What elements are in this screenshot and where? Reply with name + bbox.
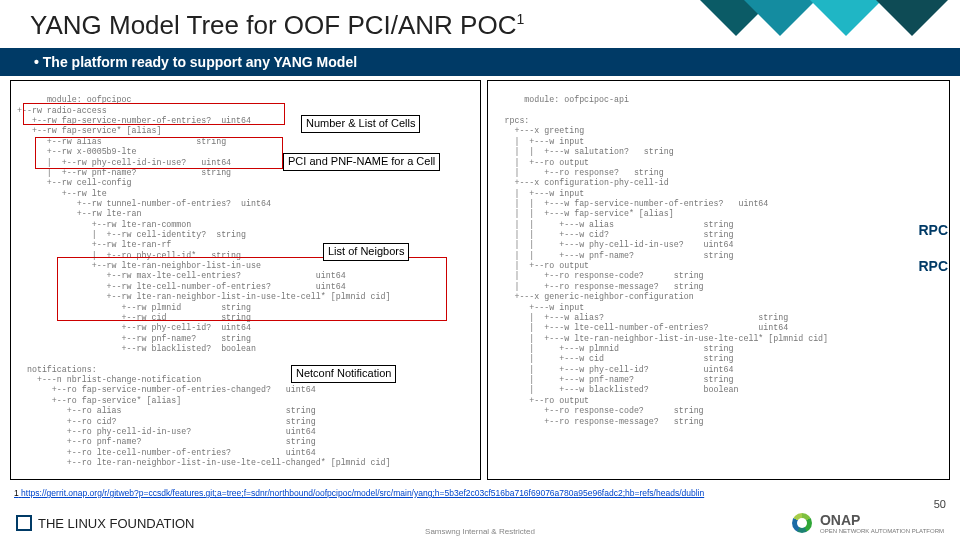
footnote-number: 1 (14, 488, 19, 498)
rpc-label-1: RPC (918, 222, 948, 238)
title-superscript: 1 (516, 11, 524, 27)
redbox-neighbors (57, 257, 447, 321)
right-tree-text: module: oofpcipoc-api rpcs: +---x greeti… (494, 95, 828, 425)
footnote-link[interactable]: 1 https://gerrit.onap.org/r/gitweb?p=ccs… (14, 488, 946, 498)
linux-foundation-logo: THE LINUX FOUNDATION (16, 515, 195, 531)
subtitle-text: The platform ready to support any YANG M… (34, 54, 357, 70)
left-yang-tree: module: oofpcipoc +--rw radio-access +--… (10, 80, 481, 480)
subtitle-band: The platform ready to support any YANG M… (0, 48, 960, 76)
lf-text: THE LINUX FOUNDATION (38, 516, 195, 531)
content-area: module: oofpcipoc +--rw radio-access +--… (10, 80, 950, 480)
callout-cells: Number & List of Cells (301, 115, 420, 133)
callout-neighbors: List of Neigbors (323, 243, 409, 261)
lf-icon (16, 515, 32, 531)
onap-ring-icon (792, 513, 812, 533)
right-yang-tree: module: oofpcipoc-api rpcs: +---x greeti… (487, 80, 950, 480)
title-text: YANG Model Tree for OOF PCI/ANR POC (30, 10, 516, 40)
onap-subtext: OPEN NETWORK AUTOMATION PLATFORM (820, 528, 944, 534)
decorative-triangles (700, 0, 960, 36)
classification-text: Samswng Internal & Restricted (425, 527, 535, 536)
callout-pci: PCI and PNF-NAME for a Cell (283, 153, 440, 171)
footnote-url-text: https://gerrit.onap.org/r/gitweb?p=ccsdk… (21, 488, 704, 498)
callout-netconf: Netconf Notification (291, 365, 396, 383)
redbox-cells (23, 103, 285, 125)
onap-text: ONAP (820, 512, 944, 528)
rpc-label-2: RPC (918, 258, 948, 274)
onap-logo: ONAP OPEN NETWORK AUTOMATION PLATFORM (792, 512, 944, 534)
redbox-pci (35, 137, 283, 169)
slide-title: YANG Model Tree for OOF PCI/ANR POC1 (30, 10, 524, 41)
